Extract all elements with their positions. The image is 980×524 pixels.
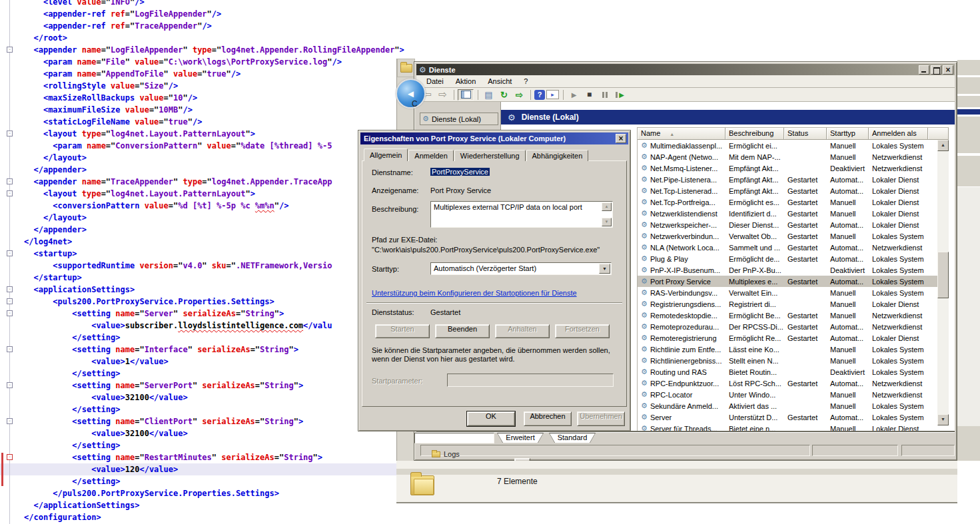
refresh-icon[interactable] xyxy=(497,89,511,101)
explorer-search-input[interactable] xyxy=(414,433,494,443)
dialog-titlebar[interactable]: Eigenschaften von Port Proxy Service (Lo… xyxy=(360,132,628,144)
view-tab[interactable]: Standard xyxy=(549,433,596,443)
service-row[interactable]: ⚙Net.Pipe-Listenera...Empfängt Akt...Ges… xyxy=(638,174,937,185)
service-row[interactable]: ⚙PnP-X-IP-Busenum...Der PnP-X-Bu...Deakt… xyxy=(638,264,937,276)
scrollbar[interactable]: ▲ ▼ xyxy=(937,140,949,425)
fortsetzen-button[interactable]: Fortsetzen xyxy=(555,324,610,338)
menu-item[interactable]: Aktion xyxy=(450,77,482,86)
view-tab[interactable]: Erweitert xyxy=(497,433,544,443)
dialog-tab[interactable]: Abhängigkeiten xyxy=(526,150,589,161)
help-icon[interactable] xyxy=(534,90,545,100)
service-row[interactable]: ⚙Net.Tcp-Listenerad...Empfängt Akt...Ges… xyxy=(638,185,937,196)
fold-marker[interactable]: - xyxy=(7,131,13,136)
column-header-anmelden-als[interactable]: Anmelden als xyxy=(869,128,928,140)
separator-icon[interactable] xyxy=(475,89,480,101)
scrollbar-thumb[interactable] xyxy=(937,252,949,298)
separator-icon[interactable] xyxy=(528,89,533,101)
service-row[interactable]: ⚙RPC-Endpunktzuor...Löst RPC-Sch...Gesta… xyxy=(638,378,937,389)
service-row[interactable]: ⚙Netzwerkverbindun...Verwaltet Ob...Gest… xyxy=(638,230,937,242)
service-row[interactable]: ⚙Netzwerkspeicher-...Dieser Dienst...Ges… xyxy=(638,219,937,230)
service-row[interactable]: ⚙Registrierungsdiens...Registriert di...… xyxy=(638,298,937,310)
service-row[interactable]: ⚙Routing und RASBietet Routin...Deaktivi… xyxy=(638,366,937,378)
service-row[interactable]: ⚙ServerUnterstützt D...GestartetAutomat.… xyxy=(638,411,937,423)
fold-marker[interactable]: - xyxy=(7,310,13,316)
forward-icon[interactable] xyxy=(436,89,450,101)
fold-marker[interactable]: - xyxy=(7,382,13,388)
fold-marker[interactable]: - xyxy=(7,250,13,256)
start-service-icon[interactable] xyxy=(567,89,581,101)
export-list-icon[interactable] xyxy=(512,89,526,101)
fold-marker[interactable]: - xyxy=(7,190,13,196)
fold-marker-changed[interactable]: - xyxy=(7,454,13,460)
fold-marker[interactable]: - xyxy=(7,418,13,424)
dialog-tab[interactable]: Wiederherstellung xyxy=(454,150,526,161)
service-row[interactable]: ⚙RAS-Verbindungsv...Verwaltet Ein...Manu… xyxy=(638,287,937,298)
explorer-back-icon[interactable]: ◄ xyxy=(396,79,426,109)
abbrechen-button[interactable]: Abbrechen xyxy=(524,411,572,426)
restart-service-icon[interactable] xyxy=(613,89,627,101)
startparameter-input[interactable] xyxy=(447,374,614,387)
tree-node-dienste-lokal[interactable]: ⚙ Dienste (Lokal) xyxy=(420,113,498,125)
fold-marker[interactable]: - xyxy=(7,298,13,304)
beschreibung-scrollbar[interactable]: ▲ ▼ xyxy=(602,202,612,226)
xml-editor[interactable]: <level value="INFO"/> <appender-ref ref=… xyxy=(24,0,404,523)
close-button[interactable] xyxy=(943,65,953,75)
minimize-button[interactable] xyxy=(919,65,929,75)
menu-item[interactable]: ? xyxy=(518,77,534,86)
menu-item[interactable]: Ansicht xyxy=(482,77,518,86)
service-row[interactable]: ⚙Sekundäre Anmeld...Aktiviert das ...Man… xyxy=(638,400,937,411)
taskpad-icon[interactable] xyxy=(546,90,559,99)
explorer-taskbar-button[interactable] xyxy=(397,59,415,77)
beenden-button[interactable]: Beenden xyxy=(435,324,490,338)
column-header-beschreibung[interactable]: Beschreibung xyxy=(726,128,784,140)
service-row[interactable]: ⚙Richtlinie zum Entfe...Lässt eine Ko...… xyxy=(638,344,937,355)
separator-icon[interactable] xyxy=(451,89,456,101)
service-row[interactable]: ⚙Remotedesktopdie...Ermöglicht Be...Gest… xyxy=(638,310,937,321)
service-row[interactable]: ⚙NLA (Network Loca...Sammelt und ...Gest… xyxy=(638,242,937,253)
starttyp-select[interactable]: Automatisch (Verzögerter Start) ▼ xyxy=(430,262,612,275)
fold-marker[interactable]: - xyxy=(7,178,13,184)
service-row[interactable]: ⚙NetzwerklistendienstIdentifiziert d...G… xyxy=(638,208,937,219)
fold-marker[interactable]: - xyxy=(7,47,13,53)
show-tree-icon[interactable] xyxy=(458,89,474,101)
chevron-down-icon[interactable]: ▼ xyxy=(599,264,610,274)
explorer-tree-item[interactable]: Logs xyxy=(432,450,460,458)
service-row[interactable]: ⚙Multimediaklassenpl...Ermöglicht ei...M… xyxy=(638,140,937,151)
column-header-starttyp[interactable]: Starttyp xyxy=(827,128,869,140)
service-row[interactable]: ⚙Net.Tcp-Portfreiga...Ermöglicht es...Ge… xyxy=(638,196,937,208)
dienstname-value[interactable]: PortProxyService xyxy=(430,168,490,176)
service-row[interactable]: ⚙Remoteprozedurau...Der RPCSS-Di...Gesta… xyxy=(638,321,937,332)
startoptionen-link[interactable]: Unterstützung beim Konfigurieren der Sta… xyxy=(372,289,577,297)
scroll-down-icon[interactable]: ▼ xyxy=(602,218,612,226)
anhalten-button[interactable]: Anhalten xyxy=(495,324,550,338)
close-icon[interactable] xyxy=(616,134,626,143)
separator-icon[interactable] xyxy=(560,89,566,101)
menu-item[interactable]: Datei xyxy=(420,77,450,86)
stop-service-icon[interactable] xyxy=(582,89,596,101)
service-row[interactable]: ⚙Plug & PlayErmöglicht de...GestartetAut… xyxy=(638,253,937,264)
service-row[interactable]: ⚙Richtlinienergebniss...Stellt einen N..… xyxy=(638,355,937,366)
ok-button[interactable]: OK xyxy=(467,411,515,426)
scroll-up-icon[interactable]: ▲ xyxy=(937,140,949,151)
service-row[interactable]: ⚙Net.Msmq-Listener...Empfängt Akt...Deak… xyxy=(638,162,937,174)
dialog-tab[interactable]: Anmelden xyxy=(408,150,454,161)
uebernehmen-button[interactable]: Übernehmen xyxy=(577,411,625,426)
service-row[interactable]: ⚙Server für Threads...Bietet eine n...Ma… xyxy=(638,423,937,431)
pause-service-icon[interactable] xyxy=(598,89,612,101)
dialog-tab[interactable]: Allgemein xyxy=(364,148,408,161)
fold-marker[interactable]: - xyxy=(7,346,13,352)
column-header-status[interactable]: Status xyxy=(784,128,827,140)
service-row[interactable]: ⚙RPC-LocatorUnter Windo...ManuellNetzwer… xyxy=(638,389,937,400)
starten-button[interactable]: Starten xyxy=(375,324,430,338)
column-header-name[interactable]: Name▲ xyxy=(638,128,726,140)
beschreibung-field[interactable]: Multiplexes external TCP/IP data on loca… xyxy=(430,201,613,228)
services-window-titlebar[interactable]: ⚙ Dienste xyxy=(416,64,955,75)
properties-icon[interactable] xyxy=(482,89,496,101)
scroll-down-icon[interactable]: ▼ xyxy=(937,414,949,425)
service-row[interactable]: ⚙NAP-Agent (Netwo...Mit dem NAP-...Manue… xyxy=(638,151,937,162)
service-row[interactable]: ⚙Port Proxy ServiceMultiplexes e...Gesta… xyxy=(638,276,937,287)
scroll-up-icon[interactable]: ▲ xyxy=(602,202,612,211)
fold-marker[interactable]: - xyxy=(7,286,13,292)
service-row[interactable]: ⚙RemoteregistrierungErmöglicht Re...Gest… xyxy=(638,332,937,344)
maximize-button[interactable] xyxy=(931,65,941,75)
